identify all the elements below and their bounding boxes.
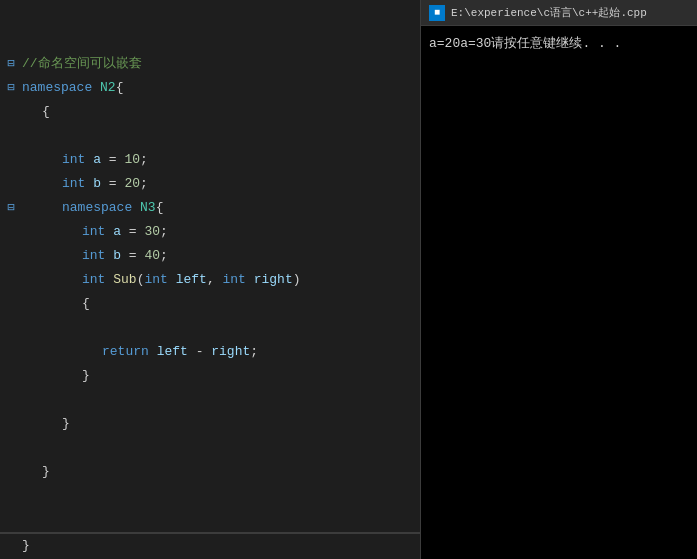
code-line: int a = 10; xyxy=(0,148,420,172)
code-line: return left - right; xyxy=(0,340,420,364)
line-content: } xyxy=(22,460,420,484)
line-content: { xyxy=(22,292,420,316)
code-line: ⊟namespace N3{ xyxy=(0,196,420,220)
line-content: //命名空间可以嵌套 xyxy=(22,52,420,76)
code-line xyxy=(0,508,420,532)
line-content: { xyxy=(22,100,420,124)
terminal-output: a=20a=30请按任意键继续. . . xyxy=(429,36,621,51)
code-line: int a = 30; xyxy=(0,220,420,244)
code-line: int b = 40; xyxy=(0,244,420,268)
code-line: ⊟namespace N2{ xyxy=(0,76,420,100)
line-content: int Sub(int left, int right) xyxy=(22,268,420,292)
code-area: ⊟//命名空间可以嵌套⊟namespace N2{{int a = 10;int… xyxy=(0,0,420,559)
terminal-icon: ■ xyxy=(429,5,445,21)
line-content: namespace N3{ xyxy=(22,196,420,220)
code-line: { xyxy=(0,100,420,124)
code-line xyxy=(0,436,420,460)
code-line: int b = 20; xyxy=(0,172,420,196)
line-gutter[interactable]: ⊟ xyxy=(4,76,18,100)
code-line: { xyxy=(0,292,420,316)
line-content: return left - right; xyxy=(22,340,420,364)
code-line: } xyxy=(0,534,420,558)
code-line: } xyxy=(0,364,420,388)
line-gutter[interactable]: ⊟ xyxy=(4,52,18,76)
line-content: } xyxy=(22,364,420,388)
code-line: } xyxy=(0,412,420,436)
line-content: } xyxy=(22,412,420,436)
line-gutter[interactable]: ⊟ xyxy=(4,196,18,220)
code-line xyxy=(0,484,420,508)
editor-pane: ⊟//命名空间可以嵌套⊟namespace N2{{int a = 10;int… xyxy=(0,0,420,559)
line-content: int b = 20; xyxy=(22,172,420,196)
code-line xyxy=(0,316,420,340)
code-line xyxy=(0,124,420,148)
terminal-titlebar: ■ E:\experience\c语言\c++起始.cpp xyxy=(421,0,697,26)
code-line: int Sub(int left, int right) xyxy=(0,268,420,292)
terminal-body: a=20a=30请按任意键继续. . . xyxy=(421,26,697,559)
line-content: int b = 40; xyxy=(22,244,420,268)
terminal-pane: ■ E:\experience\c语言\c++起始.cpp a=20a=30请按… xyxy=(420,0,697,559)
line-content: int a = 10; xyxy=(22,148,420,172)
code-line xyxy=(0,388,420,412)
terminal-title: E:\experience\c语言\c++起始.cpp xyxy=(451,5,647,20)
line-content: namespace N2{ xyxy=(22,76,420,100)
line-content: int a = 30; xyxy=(22,220,420,244)
code-line: } xyxy=(0,460,420,484)
code-line: ⊟//命名空间可以嵌套 xyxy=(0,52,420,76)
line-content: } xyxy=(22,534,420,558)
